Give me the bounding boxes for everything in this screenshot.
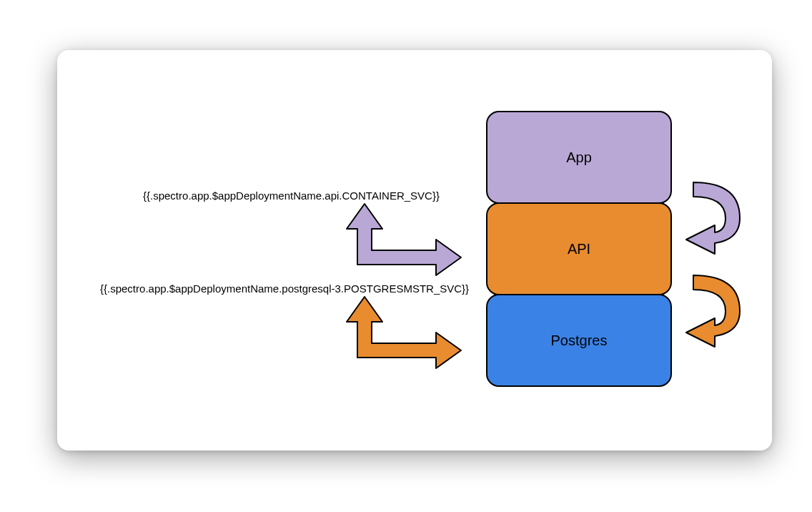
arrow-orange-up xyxy=(307,293,486,372)
service-stack: App API Postgres xyxy=(486,111,672,387)
box-api: API xyxy=(486,202,672,295)
arrow-purple-up xyxy=(307,200,486,279)
arrow-orange-curve xyxy=(679,261,758,361)
box-db: Postgres xyxy=(486,294,672,387)
arrow-purple-curve xyxy=(679,168,758,268)
diagram-card: {{.spectro.app.$appDeploymentName.api.CO… xyxy=(57,50,772,451)
box-app: App xyxy=(486,111,672,204)
